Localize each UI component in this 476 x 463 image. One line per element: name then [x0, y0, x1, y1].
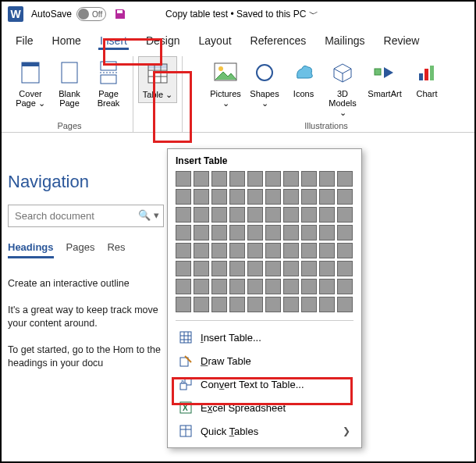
tab-references[interactable]: References	[241, 30, 316, 52]
grid-cell[interactable]	[265, 279, 281, 294]
nav-tab-results[interactable]: Res	[107, 241, 125, 258]
grid-cell[interactable]	[211, 225, 227, 240]
grid-cell[interactable]	[194, 189, 209, 205]
grid-cell[interactable]	[176, 207, 191, 223]
grid-cell[interactable]	[229, 279, 245, 294]
grid-cell[interactable]	[301, 279, 317, 294]
grid-cell[interactable]	[176, 225, 191, 240]
grid-cell[interactable]	[247, 243, 263, 258]
grid-cell[interactable]	[337, 297, 353, 312]
nav-tab-headings[interactable]: Headings	[8, 241, 54, 258]
chart-button[interactable]: Chart	[407, 56, 446, 120]
grid-cell[interactable]	[211, 189, 227, 205]
grid-cell[interactable]	[265, 297, 281, 312]
grid-cell[interactable]	[265, 207, 281, 223]
grid-cell[interactable]	[283, 243, 299, 258]
grid-cell[interactable]	[247, 225, 263, 240]
smartart-button[interactable]: SmartArt	[362, 56, 407, 120]
grid-cell[interactable]	[337, 189, 353, 205]
table-size-grid[interactable]	[176, 171, 353, 312]
3d-models-button[interactable]: 3D Models ⌄	[323, 56, 362, 120]
grid-cell[interactable]	[229, 207, 245, 223]
grid-cell[interactable]	[229, 243, 245, 258]
grid-cell[interactable]	[176, 243, 191, 258]
blank-page-button[interactable]: Blank Page	[50, 56, 89, 111]
grid-cell[interactable]	[337, 207, 353, 223]
grid-cell[interactable]	[176, 261, 191, 276]
tab-mailings[interactable]: Mailings	[315, 30, 374, 52]
icons-button[interactable]: Icons	[284, 56, 323, 120]
grid-cell[interactable]	[211, 297, 227, 312]
document-title[interactable]: Copy table test • Saved to this PC ﹀	[165, 8, 318, 21]
grid-cell[interactable]	[337, 261, 353, 276]
grid-cell[interactable]	[229, 261, 245, 276]
grid-cell[interactable]	[319, 171, 335, 187]
grid-cell[interactable]	[265, 225, 281, 240]
grid-cell[interactable]	[319, 297, 335, 312]
grid-cell[interactable]	[337, 279, 353, 294]
grid-cell[interactable]	[301, 243, 317, 258]
grid-cell[interactable]	[337, 225, 353, 240]
grid-cell[interactable]	[247, 189, 263, 205]
grid-cell[interactable]	[319, 189, 335, 205]
grid-cell[interactable]	[229, 189, 245, 205]
grid-cell[interactable]	[283, 225, 299, 240]
tab-review[interactable]: Review	[375, 30, 429, 52]
grid-cell[interactable]	[265, 189, 281, 205]
grid-cell[interactable]	[301, 225, 317, 240]
menu-excel-spreadsheet[interactable]: X Excel Spreadsheet	[176, 396, 353, 419]
grid-cell[interactable]	[194, 297, 209, 312]
grid-cell[interactable]	[319, 225, 335, 240]
page-break-button[interactable]: Page Break	[89, 56, 128, 111]
grid-cell[interactable]	[283, 297, 299, 312]
grid-cell[interactable]	[194, 279, 209, 294]
grid-cell[interactable]	[247, 171, 263, 187]
menu-quick-tables[interactable]: Quick Tables ❯	[176, 419, 353, 443]
grid-cell[interactable]	[265, 171, 281, 187]
grid-cell[interactable]	[176, 171, 191, 187]
nav-tab-pages[interactable]: Pages	[66, 241, 95, 258]
grid-cell[interactable]	[229, 225, 245, 240]
grid-cell[interactable]	[247, 207, 263, 223]
tab-insert[interactable]: Insert	[91, 30, 137, 52]
grid-cell[interactable]	[194, 225, 209, 240]
grid-cell[interactable]	[283, 171, 299, 187]
grid-cell[interactable]	[176, 297, 191, 312]
grid-cell[interactable]	[337, 243, 353, 258]
grid-cell[interactable]	[265, 261, 281, 276]
tab-home[interactable]: Home	[43, 30, 91, 52]
grid-cell[interactable]	[194, 261, 209, 276]
tab-design[interactable]: Design	[137, 30, 190, 52]
grid-cell[interactable]	[247, 297, 263, 312]
grid-cell[interactable]	[283, 261, 299, 276]
grid-cell[interactable]	[194, 171, 209, 187]
grid-cell[interactable]	[176, 279, 191, 294]
grid-cell[interactable]	[265, 243, 281, 258]
search-icon[interactable]: 🔍 ▾	[138, 209, 159, 221]
menu-insert-table[interactable]: Insert Table...	[176, 326, 353, 349]
grid-cell[interactable]	[301, 261, 317, 276]
grid-cell[interactable]	[301, 171, 317, 187]
grid-cell[interactable]	[247, 279, 263, 294]
table-button[interactable]: Table ⌄	[138, 56, 177, 103]
grid-cell[interactable]	[319, 207, 335, 223]
tab-layout[interactable]: Layout	[190, 30, 241, 52]
grid-cell[interactable]	[211, 279, 227, 294]
grid-cell[interactable]	[211, 207, 227, 223]
grid-cell[interactable]	[176, 189, 191, 205]
grid-cell[interactable]	[194, 207, 209, 223]
shapes-button[interactable]: Shapes ⌄	[245, 56, 284, 120]
grid-cell[interactable]	[301, 297, 317, 312]
grid-cell[interactable]	[319, 261, 335, 276]
grid-cell[interactable]	[283, 207, 299, 223]
grid-cell[interactable]	[211, 243, 227, 258]
menu-convert-text-to-table[interactable]: a Convert Text to Table...	[176, 372, 353, 396]
cover-page-button[interactable]: Cover Page ⌄	[11, 56, 50, 111]
grid-cell[interactable]	[283, 279, 299, 294]
grid-cell[interactable]	[247, 261, 263, 276]
save-icon[interactable]	[114, 8, 126, 20]
pictures-button[interactable]: Pictures ⌄	[206, 56, 245, 120]
grid-cell[interactable]	[211, 171, 227, 187]
autosave-toggle[interactable]: AutoSave Off	[31, 7, 106, 21]
grid-cell[interactable]	[229, 171, 245, 187]
